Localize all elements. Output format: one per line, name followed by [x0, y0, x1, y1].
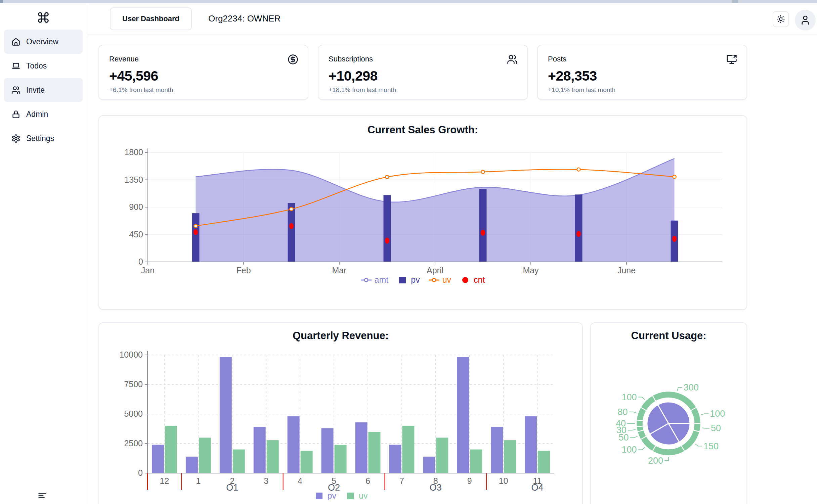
svg-text:April: April [427, 266, 443, 275]
sidebar-item-admin[interactable]: Admin [4, 102, 83, 126]
page-header: User Dashboard Org2234: OWNER [87, 3, 817, 35]
sidebar-item-label: Admin [26, 110, 48, 119]
svg-text:4: 4 [298, 476, 302, 486]
align-left-icon [38, 491, 47, 500]
quarterly-revenue-title: Quarterly Revenue: [99, 330, 582, 342]
dollar-circle-icon [288, 54, 298, 65]
quarterly-revenue-panel: Quarterly Revenue: 025005000750010000121… [98, 322, 583, 504]
person-icon [800, 15, 811, 26]
svg-text:May: May [523, 266, 539, 275]
svg-text:Jan: Jan [141, 266, 155, 275]
svg-text:200: 200 [648, 456, 663, 466]
svg-text:Q3: Q3 [430, 483, 442, 491]
svg-text:6: 6 [366, 476, 370, 486]
sidebar-nav: Overview Todos Invite Admin Settings [0, 30, 87, 150]
stat-subtext: +6.1% from last month [109, 86, 298, 94]
legend-item-pv: pv [397, 275, 420, 285]
stat-card-subscriptions: Subscriptions +10,298 +18.1% from last m… [318, 45, 528, 100]
sidebar-item-todos[interactable]: Todos [4, 54, 83, 78]
users-icon [507, 54, 518, 65]
svg-text:0: 0 [138, 468, 143, 477]
legend-item-uv: uv [345, 491, 368, 501]
stat-label: Revenue [109, 55, 298, 63]
user-avatar-button[interactable] [795, 10, 816, 31]
home-icon [11, 37, 20, 46]
legend-item-pv: pv [314, 491, 336, 501]
svg-text:100: 100 [621, 392, 637, 402]
svg-text:7500: 7500 [124, 379, 143, 389]
svg-text:June: June [617, 266, 636, 275]
legend-item-uv: uv [429, 275, 451, 285]
svg-text:1800: 1800 [124, 147, 143, 157]
screen-share-icon [726, 54, 737, 65]
laptop-icon [11, 61, 20, 71]
stat-card-posts: Posts +28,353 +10.1% from last month [537, 45, 747, 100]
stat-cards-row: Revenue +45,596 +6.1% from last month Su… [98, 45, 747, 100]
top-scroll-bar[interactable] [0, 0, 817, 3]
app-window: Overview Todos Invite Admin Settings [0, 0, 817, 504]
svg-text:300: 300 [684, 382, 699, 393]
sidebar-item-label: Invite [26, 86, 45, 95]
top-scroll-bar-left-cap [0, 0, 3, 3]
svg-text:Q2: Q2 [328, 483, 340, 491]
svg-text:10: 10 [499, 476, 508, 486]
stat-label: Posts [548, 55, 736, 63]
lock-icon [11, 110, 20, 119]
sidebar-item-label: Settings [26, 134, 54, 143]
users-icon [11, 86, 20, 95]
quarterly-revenue-chart: 025005000750010000121234567891011Q1Q2Q3Q… [99, 345, 582, 491]
svg-text:1: 1 [196, 476, 201, 486]
app-logo [0, 11, 87, 24]
sales-growth-title: Current Sales Growth: [99, 124, 746, 136]
current-usage-panel: Current Usage: 1003001008040305010020015… [590, 322, 747, 504]
svg-text:2500: 2500 [124, 439, 143, 448]
svg-text:150: 150 [703, 441, 719, 451]
svg-text:100: 100 [621, 445, 637, 455]
sales-growth-legend: amtpvuvcnt [99, 275, 746, 285]
stat-value: +28,353 [548, 68, 736, 84]
sidebar-item-label: Overview [26, 37, 58, 46]
svg-text:80: 80 [617, 407, 628, 417]
svg-text:Q1: Q1 [226, 483, 238, 491]
quarterly-revenue-legend: pvuv [99, 491, 582, 501]
svg-text:Mar: Mar [332, 266, 346, 275]
theme-toggle-button[interactable] [773, 11, 789, 27]
svg-text:50: 50 [618, 432, 629, 443]
svg-text:0: 0 [138, 257, 143, 266]
svg-text:Feb: Feb [236, 266, 251, 275]
main-area: User Dashboard Org2234: OWNER Revenue +4… [87, 3, 817, 504]
svg-text:3: 3 [264, 476, 268, 486]
user-dashboard-button[interactable]: User Dashboard [110, 7, 192, 30]
top-scroll-bar-handle[interactable] [732, 0, 738, 3]
svg-text:900: 900 [129, 202, 143, 212]
svg-text:450: 450 [129, 230, 143, 239]
stat-value: +10,298 [329, 68, 517, 84]
sidebar-item-overview[interactable]: Overview [4, 30, 83, 54]
svg-text:10000: 10000 [119, 350, 143, 359]
svg-text:100: 100 [710, 409, 725, 419]
svg-text:5000: 5000 [124, 409, 143, 418]
page-title: Org2234: OWNER [208, 13, 281, 24]
svg-text:1350: 1350 [124, 175, 143, 184]
sidebar-item-invite[interactable]: Invite [4, 78, 83, 102]
legend-item-amt: amt [361, 275, 389, 285]
stat-card-revenue: Revenue +45,596 +6.1% from last month [98, 45, 308, 100]
sidebar-item-settings[interactable]: Settings [4, 126, 83, 150]
svg-text:12: 12 [160, 476, 169, 486]
sidebar: Overview Todos Invite Admin Settings [0, 3, 87, 504]
svg-text:Q4: Q4 [531, 483, 544, 491]
legend-item-cnt: cnt [460, 275, 485, 285]
sidebar-item-label: Todos [26, 61, 47, 71]
sun-icon [776, 15, 785, 24]
stat-value: +45,596 [109, 68, 298, 84]
svg-text:50: 50 [711, 423, 721, 433]
sales-growth-chart: 045090013501800JanFebMarAprilMayJune [99, 137, 746, 275]
svg-text:9: 9 [467, 476, 472, 486]
sidebar-collapse-button[interactable] [38, 491, 49, 502]
current-usage-title: Current Usage: [591, 330, 746, 342]
gear-icon [11, 134, 20, 143]
sales-growth-panel: Current Sales Growth: 045090013501800Jan… [98, 115, 747, 310]
stat-label: Subscriptions [329, 55, 517, 63]
svg-text:7: 7 [399, 476, 404, 486]
stat-subtext: +18.1% from last month [329, 86, 517, 94]
